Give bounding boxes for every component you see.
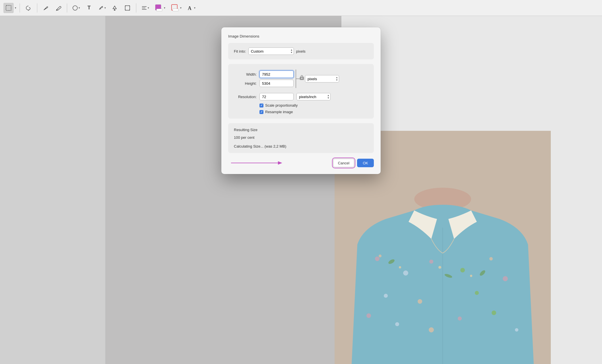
brush-tool-btn[interactable] bbox=[41, 3, 51, 13]
fit-into-unit-label: pixels bbox=[296, 49, 306, 53]
shape-tool-btn[interactable]: ▾ bbox=[71, 4, 82, 12]
toolbar-separator-3 bbox=[67, 3, 67, 13]
align-tool-btn[interactable]: ▾ bbox=[140, 4, 151, 12]
lasso-tool-btn[interactable] bbox=[23, 3, 34, 13]
height-input[interactable] bbox=[259, 80, 294, 87]
width-label: Width: bbox=[234, 72, 257, 76]
dimension-unit-select[interactable]: pixels percent cm mm inches bbox=[305, 75, 339, 82]
svg-point-27 bbox=[73, 6, 77, 10]
svg-rect-26 bbox=[6, 5, 11, 11]
toolbar: ▾ ▾ T bbox=[0, 0, 602, 16]
dialog-top-section: Fit into: Custom 640 x 480 800 x 600 102… bbox=[228, 43, 374, 59]
resolution-row: Resolution: pixels/inch pixels/cm ▲ ▼ bbox=[234, 93, 368, 100]
scale-proportionally-checkbox[interactable] bbox=[259, 104, 263, 107]
resample-image-row: Resample image bbox=[259, 110, 368, 114]
lock-bracket bbox=[294, 69, 305, 89]
fit-into-row: Fit into: Custom 640 x 480 800 x 600 102… bbox=[234, 47, 368, 55]
svg-rect-35 bbox=[156, 9, 162, 11]
transform-tool-btn[interactable] bbox=[122, 3, 133, 13]
resolution-input[interactable] bbox=[259, 93, 294, 100]
fit-into-select-wrapper: Custom 640 x 480 800 x 600 1024 x 768 ▲ … bbox=[248, 47, 294, 55]
svg-point-40 bbox=[301, 78, 302, 79]
svg-rect-37 bbox=[173, 9, 178, 11]
scale-proportionally-label[interactable]: Scale proportionally bbox=[265, 103, 298, 107]
width-row: Width: bbox=[234, 71, 294, 78]
resulting-size-section: Resulting Size 100 per cent Calculating … bbox=[228, 123, 374, 153]
pen-tool-btn[interactable]: ▾ bbox=[96, 4, 108, 12]
height-row: Height: bbox=[234, 80, 294, 87]
stroke-color-btn[interactable]: ▾ bbox=[169, 3, 183, 13]
svg-marker-42 bbox=[278, 161, 282, 165]
svg-text:A: A bbox=[188, 5, 191, 11]
arrow-annotation bbox=[228, 158, 285, 168]
width-input[interactable] bbox=[259, 71, 294, 78]
fit-into-select[interactable]: Custom 640 x 480 800 x 600 1024 x 768 bbox=[248, 47, 294, 55]
dialog-overlay: Image Dimensions Fit into: Custom 640 x … bbox=[0, 16, 602, 364]
fill-color-btn[interactable]: ▾ bbox=[153, 3, 167, 13]
ok-button[interactable]: OK bbox=[357, 159, 374, 167]
svg-rect-30 bbox=[125, 6, 130, 10]
pencil-tool-btn[interactable] bbox=[53, 3, 63, 13]
cancel-button[interactable]: Cancel bbox=[333, 159, 354, 167]
toolbar-separator-1 bbox=[20, 3, 20, 13]
calculating-size-text: Calculating Size... (was 2,2 MB) bbox=[234, 144, 368, 148]
dimension-unit-wrapper: pixels percent cm mm inches ▲ ▼ bbox=[305, 75, 339, 82]
selection-tool-btn[interactable] bbox=[3, 3, 14, 13]
font-btn[interactable]: A ▾ bbox=[185, 4, 197, 12]
text-tool-btn[interactable]: T bbox=[84, 3, 94, 13]
resample-image-label[interactable]: Resample image bbox=[265, 110, 293, 114]
dialog-title: Image Dimensions bbox=[228, 34, 374, 38]
toolbar-separator-4 bbox=[136, 3, 136, 13]
image-dimensions-dialog: Image Dimensions Fit into: Custom 640 x … bbox=[221, 27, 381, 174]
toolbar-separator-2 bbox=[37, 3, 37, 13]
dialog-buttons: Cancel OK bbox=[228, 159, 374, 167]
dialog-dimensions-section: Width: Height: bbox=[228, 64, 374, 119]
scale-proportionally-row: Scale proportionally bbox=[259, 103, 368, 107]
wh-group: Width: Height: bbox=[234, 71, 294, 87]
annotation-arrow-svg bbox=[228, 158, 285, 168]
fit-into-label: Fit into: bbox=[234, 49, 246, 53]
resulting-size-value: 100 per cent bbox=[234, 135, 368, 140]
resulting-size-title: Resulting Size bbox=[234, 128, 368, 132]
fill-tool-btn[interactable] bbox=[110, 3, 120, 13]
height-label: Height: bbox=[234, 81, 257, 86]
resolution-label: Resolution: bbox=[234, 95, 257, 99]
resample-image-checkbox[interactable] bbox=[259, 110, 263, 114]
resolution-unit-wrapper: pixels/inch pixels/cm ▲ ▼ bbox=[296, 93, 331, 100]
resolution-unit-select[interactable]: pixels/inch pixels/cm bbox=[296, 93, 331, 100]
